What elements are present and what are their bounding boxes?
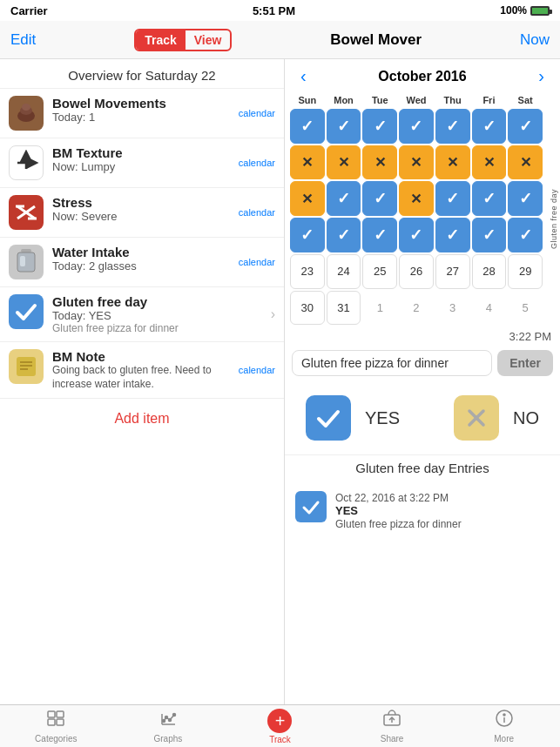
cal-cell[interactable]: 31 bbox=[327, 291, 361, 326]
svg-point-33 bbox=[503, 714, 505, 716]
share-label: Share bbox=[381, 734, 404, 744]
yesno-section: YES NO bbox=[285, 381, 560, 454]
yes-icon[interactable] bbox=[306, 395, 351, 441]
calendar-week: ✕ ✓ ✓ ✕ ✓ ✓ ✓ bbox=[290, 181, 543, 216]
tab-categories[interactable]: Categories bbox=[0, 705, 112, 747]
tab-more[interactable]: More bbox=[448, 705, 560, 747]
nav-bar: Edit Track View Bowel Mover Now bbox=[0, 21, 560, 59]
calendar-week: ✓ ✓ ✓ ✓ ✓ ✓ ✓ bbox=[290, 109, 543, 144]
cal-cell[interactable]: 27 bbox=[435, 254, 470, 289]
now-button[interactable]: Now bbox=[520, 31, 550, 49]
calendar-grid-wrapper: Sun Mon Tue Wed Thu Fri Sat ✓ ✓ ✓ ✓ ✓ ✓ … bbox=[285, 93, 560, 326]
no-icon[interactable] bbox=[454, 395, 499, 441]
gluten-free-text: Gluten free day Today: YES Gluten free p… bbox=[52, 294, 267, 334]
cal-cell[interactable]: ✓ bbox=[327, 181, 361, 216]
share-icon bbox=[382, 709, 401, 732]
cal-cell[interactable]: ✓ bbox=[399, 109, 434, 144]
cal-cell[interactable]: ✕ bbox=[508, 145, 543, 180]
water-calendar-link[interactable]: calendar bbox=[232, 257, 275, 267]
bm-texture-calendar-link[interactable]: calendar bbox=[232, 158, 275, 168]
no-label: NO bbox=[513, 408, 539, 428]
left-panel: Overview for Saturday 22 Bowel Movements… bbox=[0, 59, 285, 704]
cal-cell[interactable]: ✓ bbox=[508, 109, 543, 144]
tab-share[interactable]: Share bbox=[336, 705, 449, 747]
gluten-free-arrow: › bbox=[267, 306, 275, 322]
graphs-icon bbox=[159, 709, 178, 732]
list-item[interactable]: Stress Now: Severe calendar bbox=[0, 188, 284, 238]
cal-cell[interactable]: ✕ bbox=[399, 181, 434, 216]
more-icon bbox=[495, 709, 514, 732]
list-item[interactable]: BM Texture Now: Lumpy calendar bbox=[0, 138, 284, 188]
cal-cell[interactable]: ✓ bbox=[290, 218, 325, 252]
cal-cell[interactable]: ✓ bbox=[362, 109, 397, 144]
cal-cell[interactable]: ✕ bbox=[399, 145, 434, 180]
calendar-next-arrow[interactable]: › bbox=[533, 66, 550, 86]
cal-cell[interactable]: ✓ bbox=[435, 218, 470, 252]
bowel-movements-icon bbox=[9, 96, 44, 131]
svg-point-26 bbox=[168, 719, 171, 722]
cal-cell[interactable]: 26 bbox=[399, 254, 434, 289]
cal-cell[interactable]: ✓ bbox=[362, 181, 397, 216]
tab-graphs[interactable]: Graphs bbox=[112, 705, 225, 747]
calendar-header: ‹ October 2016 › bbox=[285, 59, 560, 93]
track-view-toggle[interactable]: Track View bbox=[134, 29, 232, 51]
cal-cell[interactable]: ✓ bbox=[290, 109, 325, 144]
list-item[interactable]: Bowel Movements Today: 1 calendar bbox=[0, 89, 284, 138]
cal-cell[interactable]: ✓ bbox=[508, 181, 543, 216]
cal-cell[interactable]: ✓ bbox=[399, 218, 434, 252]
cal-cell[interactable]: 29 bbox=[508, 254, 543, 289]
edit-button[interactable]: Edit bbox=[10, 31, 36, 49]
view-tab[interactable]: View bbox=[186, 30, 231, 50]
cal-cell[interactable]: ✓ bbox=[435, 181, 470, 216]
tab-bar: Categories Graphs + Track bbox=[0, 704, 560, 747]
track-tab[interactable]: Track bbox=[136, 30, 186, 50]
tab-track[interactable]: + Track bbox=[224, 705, 336, 747]
cal-cell[interactable]: ✓ bbox=[472, 181, 507, 216]
cal-cell[interactable]: ✕ bbox=[362, 145, 397, 180]
cal-cell[interactable]: 23 bbox=[290, 254, 325, 289]
cal-cell[interactable]: 24 bbox=[327, 254, 361, 289]
bowel-movements-calendar-link[interactable]: calendar bbox=[232, 108, 275, 118]
calendar-prev-arrow[interactable]: ‹ bbox=[295, 66, 312, 86]
cal-cell[interactable]: ✓ bbox=[508, 218, 543, 252]
svg-point-27 bbox=[172, 714, 175, 717]
bm-note-calendar-link[interactable]: calendar bbox=[232, 365, 275, 375]
water-subtitle: Today: 2 glasses bbox=[52, 259, 232, 273]
svg-rect-9 bbox=[21, 249, 31, 252]
cal-cell[interactable]: ✓ bbox=[327, 218, 361, 252]
stress-calendar-link[interactable]: calendar bbox=[232, 207, 275, 218]
enter-button[interactable]: Enter bbox=[497, 350, 553, 376]
svg-rect-11 bbox=[20, 256, 25, 266]
bm-note-subtitle: Going back to gluten free. Need to incre… bbox=[52, 364, 232, 391]
calendar-week: 30 31 1 2 3 4 5 bbox=[290, 291, 543, 326]
dow-sun: Sun bbox=[290, 93, 325, 107]
note-input[interactable] bbox=[292, 350, 492, 376]
cal-cell[interactable]: 28 bbox=[472, 254, 507, 289]
bm-texture-text: BM Texture Now: Lumpy bbox=[52, 145, 232, 173]
list-item[interactable]: BM Note Going back to gluten free. Need … bbox=[0, 342, 284, 399]
add-item-button[interactable]: Add item bbox=[0, 399, 284, 439]
cal-cell[interactable]: ✓ bbox=[362, 218, 397, 252]
gluten-free-note: Gluten free pizza for dinner bbox=[52, 322, 267, 334]
list-item[interactable]: Gluten free day Today: YES Gluten free p… bbox=[0, 287, 284, 342]
track-icon: + bbox=[267, 709, 292, 733]
cal-cell[interactable]: ✓ bbox=[327, 109, 361, 144]
cal-cell[interactable]: ✕ bbox=[472, 145, 507, 180]
cal-cell[interactable]: ✓ bbox=[435, 109, 470, 144]
cal-cell[interactable]: ✓ bbox=[472, 218, 507, 252]
svg-rect-20 bbox=[48, 719, 55, 725]
bm-note-title: BM Note bbox=[52, 349, 232, 364]
cal-cell[interactable]: ✕ bbox=[290, 181, 325, 216]
list-item[interactable]: Water Intake Today: 2 glasses calendar bbox=[0, 238, 284, 287]
cal-cell[interactable]: 25 bbox=[362, 254, 397, 289]
cal-cell[interactable]: ✕ bbox=[435, 145, 470, 180]
calendar-note-row: Enter bbox=[285, 347, 560, 381]
cal-cell[interactable]: ✓ bbox=[472, 109, 507, 144]
bm-texture-title: BM Texture bbox=[52, 145, 232, 160]
cal-cell[interactable]: ✕ bbox=[327, 145, 361, 180]
stress-subtitle: Now: Severe bbox=[52, 210, 232, 223]
cal-cell[interactable]: ✕ bbox=[290, 145, 325, 180]
entries-section: Gluten free day Entries Oct 22, 2016 at … bbox=[285, 454, 560, 537]
cal-cell[interactable]: 30 bbox=[290, 291, 325, 326]
dow-sat: Sat bbox=[508, 93, 543, 107]
